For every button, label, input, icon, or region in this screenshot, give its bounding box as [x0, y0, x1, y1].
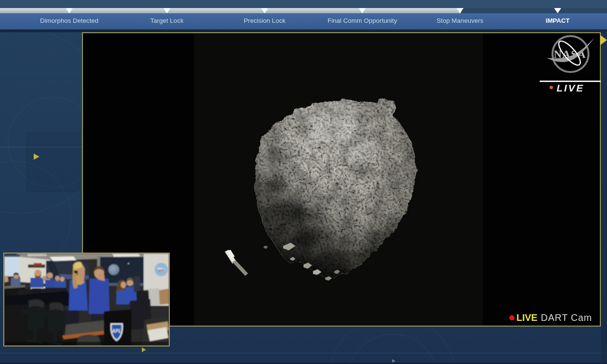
svg-text:APL: APL [111, 328, 121, 334]
